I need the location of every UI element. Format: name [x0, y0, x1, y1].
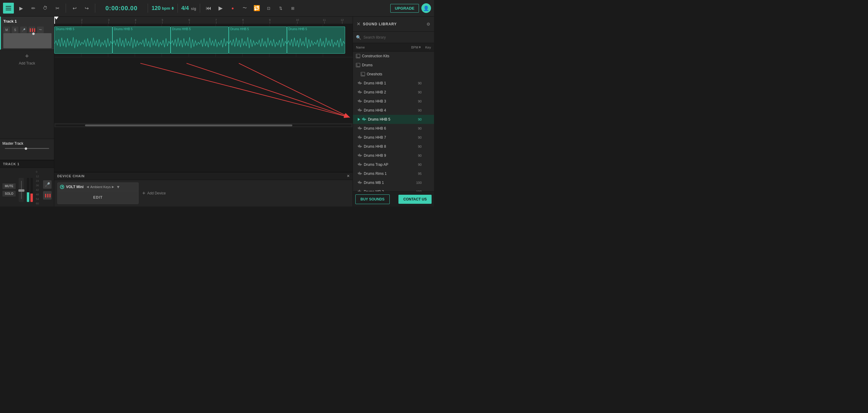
sample-drums-hhb-7[interactable]: Drums HHB 7 90: [353, 133, 434, 142]
sample-drums-hhb-5-label: Drums HHB 5: [368, 117, 409, 121]
clip-3-label: Drums HHB 5: [171, 27, 228, 31]
automation-button[interactable]: 〜: [240, 3, 250, 13]
mark-0: 0: [36, 170, 39, 173]
add-device-button[interactable]: + Add Device: [142, 190, 166, 197]
sample-drums-mb-1[interactable]: Drums MB 1 100: [353, 178, 434, 187]
col-key-header: Key: [422, 46, 431, 49]
mark-36: 36: [36, 184, 39, 187]
waveform-icon-7: [358, 135, 362, 140]
grid-button[interactable]: ⊞: [288, 3, 298, 13]
master-track-header: Master Track: [0, 139, 54, 160]
clip-5-waveform: [287, 35, 345, 53]
library-settings-button[interactable]: ⚙: [427, 22, 430, 27]
preset-left-arrow[interactable]: ◀: [87, 185, 89, 188]
undo-button[interactable]: ↩: [70, 3, 79, 13]
sample-drums-hhb-2-bpm: 90: [411, 90, 422, 94]
sample-drums-hhb-4[interactable]: Drums HHB 4 90: [353, 106, 434, 115]
bpm-value: 120: [152, 5, 161, 11]
mark-42: 42: [36, 188, 39, 191]
punch-button[interactable]: ⊡: [264, 3, 274, 13]
solo-button[interactable]: SOLO: [2, 191, 16, 197]
record-button[interactable]: ●: [228, 3, 238, 13]
track-1-bars[interactable]: ▐▐▐: [29, 27, 35, 33]
folder-oneshots[interactable]: Oneshots: [353, 70, 434, 79]
search-input[interactable]: [364, 35, 431, 39]
library-col-headers: Name BPM Key: [353, 43, 434, 52]
sample-drums-hhb-2-label: Drums HHB 2: [364, 90, 409, 94]
h-scrollbar-thumb[interactable]: [85, 124, 292, 126]
track-1-auto[interactable]: 〜: [37, 27, 44, 33]
sample-drums-hhb-1[interactable]: Drums HHB 1 90: [353, 79, 434, 88]
sample-drums-hhb-3[interactable]: Drums HHB 3 90: [353, 97, 434, 106]
track-1-mic[interactable]: 🎤: [20, 27, 27, 33]
sample-drums-hhb-8[interactable]: Drums HHB 8 90: [353, 142, 434, 151]
sample-drums-hhb-1-bpm: 90: [411, 81, 422, 85]
sample-drums-hhb-6[interactable]: Drums HHB 6 90: [353, 124, 434, 133]
clip-5[interactable]: Drums HHB 5: [287, 27, 345, 54]
device-power-indicator: [61, 186, 63, 187]
sig-label: sig: [191, 7, 196, 11]
sample-drums-hhb-5[interactable]: Drums HHB 5 90: [353, 115, 434, 124]
track-1-mute[interactable]: M: [3, 27, 10, 33]
ruler-mark-4: 4: [135, 19, 136, 24]
bottom-mic-btn[interactable]: 🎤: [43, 180, 52, 189]
master-volume-slider[interactable]: [5, 148, 49, 149]
clip-4[interactable]: Drums HHB 5: [229, 27, 287, 54]
volume-fader[interactable]: [19, 178, 24, 202]
play-button[interactable]: ▶: [216, 3, 225, 13]
level-meter-1: [27, 178, 29, 202]
device-edit-button[interactable]: EDIT: [58, 191, 138, 204]
bpm-sort-arrows[interactable]: [419, 46, 421, 48]
folder-oneshots-icon: [361, 72, 365, 76]
preset-right-arrow[interactable]: ▶: [112, 185, 114, 188]
time-tool-button[interactable]: ⏱: [40, 3, 50, 13]
add-track-area[interactable]: + Add Track: [0, 50, 54, 68]
col-name-header: Name: [356, 46, 404, 49]
main-area: Track 1 M S 🎤 ▐▐▐ 〜 + Add Track Master T…: [0, 17, 434, 206]
ruler-mark-2: 2: [81, 19, 83, 24]
folder-construction-kits[interactable]: Construction Kits: [353, 52, 434, 61]
go-start-button[interactable]: ⏮: [204, 3, 213, 13]
sample-drums-rims-1[interactable]: Drums Rims 1 95: [353, 169, 434, 178]
sample-drums-trap-ap[interactable]: Drums Trap AP 90: [353, 160, 434, 169]
device-chain-close[interactable]: ×: [347, 173, 350, 179]
mute-button[interactable]: MUTE: [2, 183, 16, 189]
ruler-mark-9: 9: [269, 19, 271, 24]
clip-1[interactable]: Drums HHB 5: [54, 27, 113, 54]
track-1-solo[interactable]: S: [12, 27, 19, 33]
col-bpm-header: BPM: [406, 46, 421, 49]
sample-drums-hhb-2[interactable]: Drums HHB 2 90: [353, 88, 434, 97]
waveform-icon-3: [358, 99, 362, 104]
h-scrollbar[interactable]: [54, 124, 352, 127]
play-indicator: [358, 118, 360, 121]
menu-button[interactable]: [3, 3, 14, 13]
clip-3[interactable]: Drums HHB 5: [170, 27, 229, 54]
loop-button[interactable]: 🔁: [252, 3, 261, 13]
cut-tool-button[interactable]: ✂: [53, 3, 62, 13]
folder-construction-kits-label: Construction Kits: [362, 54, 431, 58]
sample-drums-hhb-1-label: Drums HHB 1: [364, 81, 409, 85]
upgrade-button[interactable]: UPGRADE: [390, 4, 419, 13]
bpm-arrows[interactable]: [172, 7, 174, 10]
folder-drums[interactable]: Drums: [353, 61, 434, 70]
buy-sounds-button[interactable]: BUY SOUNDS: [355, 195, 390, 204]
sample-drums-mb-2[interactable]: Drums MB 2 100: [353, 187, 434, 191]
library-close-button[interactable]: ✕: [356, 21, 361, 27]
track-1-volume[interactable]: [3, 33, 52, 48]
draw-tool-button[interactable]: ✏: [28, 3, 38, 13]
clip-2[interactable]: Drums HHB 5: [113, 27, 170, 54]
device-power-btn[interactable]: [60, 185, 64, 189]
waveform-icon-8: [358, 144, 362, 149]
divider-4: [178, 4, 178, 13]
sync-button[interactable]: ⇅: [276, 3, 286, 13]
contact-us-button[interactable]: CONTACT US: [398, 195, 432, 204]
user-avatar[interactable]: 👤: [421, 3, 431, 13]
add-track-plus-icon: +: [25, 52, 29, 60]
select-tool-button[interactable]: ▶: [16, 3, 26, 13]
sample-drums-hhb-4-label: Drums HHB 4: [364, 108, 409, 113]
redo-button[interactable]: ↪: [82, 3, 91, 13]
sample-drums-hhb-9[interactable]: Drums HHB 9 90: [353, 151, 434, 160]
sample-drums-hhb-6-bpm: 90: [411, 127, 422, 130]
preset-dropdown-btn[interactable]: ▼: [116, 184, 120, 189]
bottom-bars-btn[interactable]: ▐▐▐: [43, 191, 52, 200]
